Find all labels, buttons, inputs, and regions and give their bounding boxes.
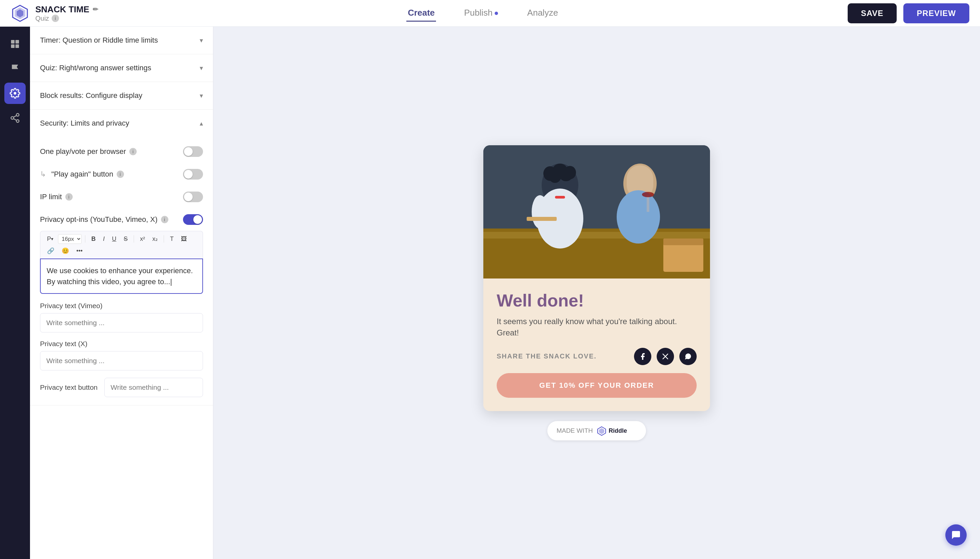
svg-rect-32 — [663, 238, 703, 245]
quiz-info-icon[interactable]: i — [51, 15, 59, 22]
strikethrough-btn[interactable]: S — [121, 234, 130, 244]
fontsize-select[interactable]: 16px — [58, 234, 82, 244]
sidebar-grid-icon[interactable] — [4, 33, 26, 55]
one-play-row: One play/vote per browser i — [40, 140, 203, 163]
toolbar-divider-1 — [85, 235, 85, 243]
ip-limit-row: IP limit i — [40, 185, 203, 208]
svg-line-10 — [13, 119, 17, 120]
svg-point-24 — [532, 195, 548, 228]
main-layout: Timer: Question or Riddle time limits ▾ … — [0, 26, 980, 559]
app-title: SNACK TIME ✏ — [35, 4, 98, 15]
svg-rect-23 — [555, 196, 565, 198]
sidebar-settings-icon[interactable] — [4, 83, 26, 104]
privacy-optins-info-icon[interactable]: i — [161, 216, 168, 223]
app-title-text: SNACK TIME — [35, 4, 90, 15]
editor-toolbar: P ▾ 16px B I U S x² x₂ — [40, 231, 203, 258]
svg-rect-6 — [15, 44, 19, 48]
superscript-btn[interactable]: x² — [137, 234, 148, 244]
block-results-section: Block results: Configure display ▾ — [30, 82, 213, 109]
chat-bubble[interactable] — [945, 524, 967, 546]
logo-icon — [11, 4, 29, 23]
privacy-youtube-editor[interactable]: We use cookies to enhance your experienc… — [40, 258, 203, 294]
one-play-toggle[interactable] — [183, 146, 203, 157]
whatsapp-share-btn[interactable] — [679, 348, 696, 365]
privacy-button-label: Privacy text button — [40, 384, 98, 392]
sidebar-flag-icon[interactable] — [4, 58, 26, 79]
underline-btn[interactable]: U — [109, 234, 119, 244]
x-share-btn[interactable] — [657, 348, 674, 365]
svg-rect-15 — [483, 232, 710, 238]
nav-create[interactable]: Create — [406, 5, 436, 22]
nav-publish[interactable]: Publish — [463, 5, 499, 22]
svg-point-30 — [642, 192, 654, 197]
logo-text: SNACK TIME ✏ Quiz i — [35, 4, 98, 22]
toolbar-divider-2 — [134, 235, 134, 243]
preview-share-row: SHARE THE SNACK LOVE. — [497, 348, 696, 365]
subscript-btn[interactable]: x₂ — [150, 234, 160, 244]
cta-button[interactable]: GET 10% OFF YOUR ORDER — [497, 373, 696, 398]
svg-rect-31 — [663, 242, 703, 272]
svg-point-9 — [17, 120, 19, 122]
preview-subtitle: It seems you really know what you're tal… — [497, 316, 696, 338]
settings-panel: Timer: Question or Riddle time limits ▾ … — [30, 26, 213, 559]
preview-button[interactable]: PREVIEW — [903, 3, 969, 23]
block-results-header[interactable]: Block results: Configure display ▾ — [30, 82, 213, 109]
link-btn[interactable]: 🔗 — [44, 246, 57, 256]
svg-marker-34 — [599, 428, 604, 434]
ip-limit-info-icon[interactable]: i — [65, 193, 73, 200]
privacy-optins-toggle[interactable] — [183, 214, 203, 225]
preview-area: pexels.com Well done! It seems you reall… — [213, 26, 980, 559]
main-nav: Create Publish Analyze — [118, 5, 848, 22]
privacy-x-label: Privacy text (X) — [40, 340, 203, 348]
security-header[interactable]: Security: Limits and privacy ▴ — [30, 109, 213, 137]
svg-rect-4 — [15, 40, 19, 44]
logo-group: SNACK TIME ✏ Quiz i — [11, 4, 98, 23]
share-label: SHARE THE SNACK LOVE. — [497, 352, 597, 360]
svg-rect-3 — [11, 40, 15, 44]
topnav: SNACK TIME ✏ Quiz i Create Publish Analy… — [0, 0, 980, 26]
svg-text:Riddle: Riddle — [609, 427, 627, 434]
svg-rect-29 — [647, 195, 649, 212]
facebook-share-btn[interactable] — [634, 348, 651, 365]
svg-rect-5 — [11, 44, 15, 48]
security-body: One play/vote per browser i ↳ "Play agai… — [30, 137, 213, 405]
quiz-chevron-icon: ▾ — [200, 64, 203, 72]
play-again-info-icon[interactable]: i — [117, 170, 124, 178]
play-again-row: ↳ "Play again" button i — [40, 163, 203, 185]
toolbar-divider-3 — [164, 235, 164, 243]
svg-point-7 — [17, 114, 19, 116]
privacy-x-input[interactable] — [40, 351, 203, 370]
svg-line-11 — [13, 116, 17, 117]
paragraph-btn[interactable]: P ▾ — [44, 234, 56, 244]
privacy-button-input[interactable] — [104, 378, 203, 397]
italic-btn[interactable]: I — [100, 234, 107, 244]
ip-limit-toggle[interactable] — [183, 192, 203, 202]
emoji-btn[interactable]: 😊 — [59, 246, 72, 256]
svg-rect-25 — [527, 217, 557, 221]
text-color-btn[interactable]: T — [167, 234, 176, 244]
privacy-optins-row: Privacy opt-ins (YouTube, Vimeo, X) i — [40, 208, 203, 231]
edit-icon[interactable]: ✏ — [93, 5, 98, 13]
save-button[interactable]: SAVE — [848, 3, 897, 23]
timer-header[interactable]: Timer: Question or Riddle time limits ▾ — [30, 26, 213, 54]
privacy-vimeo-label: Privacy text (Vimeo) — [40, 302, 203, 310]
quiz-header[interactable]: Quiz: Right/wrong answer settings ▾ — [30, 54, 213, 82]
preview-title: Well done! — [497, 291, 696, 311]
play-again-toggle[interactable] — [183, 169, 203, 180]
privacy-button-row: Privacy text button — [40, 378, 203, 397]
one-play-info-icon[interactable]: i — [129, 148, 137, 155]
privacy-vimeo-input[interactable] — [40, 313, 203, 332]
image-btn[interactable]: 🖼 — [178, 234, 190, 244]
preview-card: pexels.com Well done! It seems you reall… — [483, 145, 710, 411]
nav-analyze[interactable]: Analyze — [526, 5, 560, 22]
preview-image: pexels.com — [483, 145, 710, 278]
preview-body: Well done! It seems you really know what… — [483, 278, 710, 411]
share-icons — [634, 348, 696, 365]
more-btn[interactable]: ••• — [74, 246, 85, 256]
bold-btn[interactable]: B — [89, 234, 98, 244]
quiz-section: Quiz: Right/wrong answer settings ▾ — [30, 54, 213, 82]
security-section: Security: Limits and privacy ▴ One play/… — [30, 109, 213, 405]
app-subtitle: Quiz i — [35, 15, 98, 22]
sidebar-share-icon[interactable] — [4, 107, 26, 129]
editor-container: P ▾ 16px B I U S x² x₂ — [40, 231, 203, 294]
